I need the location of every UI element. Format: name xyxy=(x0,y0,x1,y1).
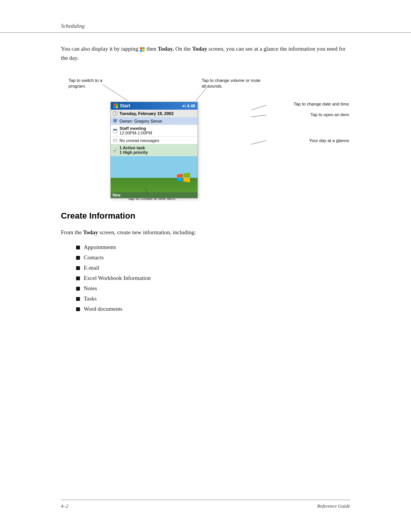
envelope-icon xyxy=(113,138,118,143)
xp-screen: Start ◄( 4:48 Tu xyxy=(110,102,198,198)
device-mockup: Start ◄( 4:48 Tu xyxy=(110,88,198,198)
list-item: Notes xyxy=(76,283,350,294)
task-line2: 1 High priority xyxy=(119,150,148,155)
list-item: Word documents xyxy=(76,304,350,314)
list-item: Excel Workbook Information xyxy=(76,273,350,283)
meeting-subtitle: 12:00PM-1:00PM xyxy=(119,131,152,135)
svg-rect-2 xyxy=(140,50,142,52)
calendar-icon xyxy=(113,128,118,133)
svg-marker-19 xyxy=(177,174,183,178)
start-logo-icon xyxy=(113,103,118,109)
callout-right3: Your day at a glance. xyxy=(309,138,350,144)
list-item: Contacts xyxy=(76,252,350,263)
footer: 4–2 Reference Guide xyxy=(61,500,350,509)
svg-rect-5 xyxy=(116,104,118,106)
svg-rect-7 xyxy=(116,106,118,108)
owner-row: Owner: Gregory Simon xyxy=(111,117,198,125)
svg-line-25 xyxy=(251,105,266,110)
mail-text: No unread messages xyxy=(119,138,159,143)
meeting-info: Staff meeting 12:00PM-1:00PM xyxy=(119,126,152,135)
bullet-list: AppointmentsContactsE-mailExcel Workbook… xyxy=(76,242,350,314)
task-line1: 1 Active task xyxy=(119,145,148,150)
bullet-icon xyxy=(76,276,80,280)
date-text: Tuesday, February 19, 2002 xyxy=(119,111,174,116)
svg-rect-11 xyxy=(113,119,117,122)
list-item-text: E-mail xyxy=(84,263,99,273)
footer-page: 4–2 xyxy=(61,503,68,509)
svg-line-26 xyxy=(251,115,266,117)
windows-desktop-logo-icon xyxy=(176,170,191,185)
list-item-text: Tasks xyxy=(84,294,97,304)
bullet-icon xyxy=(76,246,80,249)
list-item: Appointments xyxy=(76,242,350,252)
svg-rect-6 xyxy=(113,106,116,108)
callout-lines-svg xyxy=(61,74,350,203)
list-item-text: Appointments xyxy=(84,242,116,252)
xp-titlebar: Start ◄( 4:48 xyxy=(111,102,198,110)
svg-marker-20 xyxy=(183,173,190,177)
xp-desktop xyxy=(111,156,198,192)
svg-rect-0 xyxy=(140,47,142,49)
bullet-icon xyxy=(76,256,80,260)
task-row: 1 Active task 1 High priority xyxy=(111,144,198,156)
start-label: Start xyxy=(120,103,130,109)
today-ref: Today xyxy=(83,229,98,235)
svg-rect-1 xyxy=(143,47,145,49)
list-item: Tasks xyxy=(76,294,350,304)
meeting-row: Staff meeting 12:00PM-1:00PM xyxy=(111,125,198,137)
xp-taskbar: New xyxy=(111,192,198,198)
list-item-text: Notes xyxy=(84,283,97,294)
callout-right2: Tap to open an item. xyxy=(311,112,350,118)
svg-marker-21 xyxy=(177,178,183,182)
svg-rect-12 xyxy=(115,122,116,123)
section-intro: From the Today screen, create new inform… xyxy=(61,228,350,237)
bullet-icon xyxy=(76,297,80,301)
svg-line-27 xyxy=(251,141,266,144)
windows-start-icon xyxy=(140,47,145,52)
list-item-text: Contacts xyxy=(84,252,104,263)
page: Scheduling You can also display it by ta… xyxy=(0,0,411,532)
owner-text: Owner: Gregory Simon xyxy=(119,119,162,123)
intro-paragraph: You can also display it by tapping then … xyxy=(61,44,350,62)
create-info-section: Create Information From the Today screen… xyxy=(61,211,350,314)
new-label: New xyxy=(113,193,121,197)
bullet-icon xyxy=(76,266,80,270)
bullet-icon xyxy=(76,307,80,311)
time-area: ◄( 4:48 xyxy=(181,104,195,108)
today-bold2: Today xyxy=(192,46,207,52)
meeting-title: Staff meeting xyxy=(119,126,152,131)
svg-rect-14 xyxy=(113,129,117,130)
clock-icon xyxy=(113,111,118,116)
chapter-title: Scheduling xyxy=(61,23,84,29)
time-display: 4:48 xyxy=(187,104,195,108)
footer-title: Reference Guide xyxy=(317,503,350,509)
callout-top-left: Tap to switch to a program. xyxy=(68,78,102,89)
volume-icon: ◄( xyxy=(181,104,186,108)
person-icon xyxy=(113,118,118,123)
header-section: Scheduling xyxy=(0,0,411,33)
list-item: E-mail xyxy=(76,263,350,273)
svg-rect-18 xyxy=(113,148,117,152)
list-item-text: Excel Workbook Information xyxy=(84,273,151,283)
section-heading: Create Information xyxy=(61,211,350,221)
date-row: Tuesday, February 19, 2002 xyxy=(111,110,198,117)
bullet-icon xyxy=(76,287,80,291)
svg-marker-22 xyxy=(183,178,190,182)
mail-row: No unread messages xyxy=(111,137,198,144)
task-info: 1 Active task 1 High priority xyxy=(119,145,148,155)
callout-top-right: Tap to change volume or mute all sounds. xyxy=(202,78,261,89)
list-item-text: Word documents xyxy=(84,304,123,314)
callout-right1: Tap to change date and time. xyxy=(294,101,350,107)
today-bold: Today. xyxy=(158,46,174,52)
screenshot-area: Tap to switch to a program. Tap to chang… xyxy=(61,74,350,203)
main-content: You can also display it by tapping then … xyxy=(0,44,411,314)
checkbox-icon xyxy=(113,148,118,153)
start-button-area: Start xyxy=(113,103,130,109)
svg-rect-4 xyxy=(113,104,116,106)
svg-rect-3 xyxy=(143,50,145,52)
